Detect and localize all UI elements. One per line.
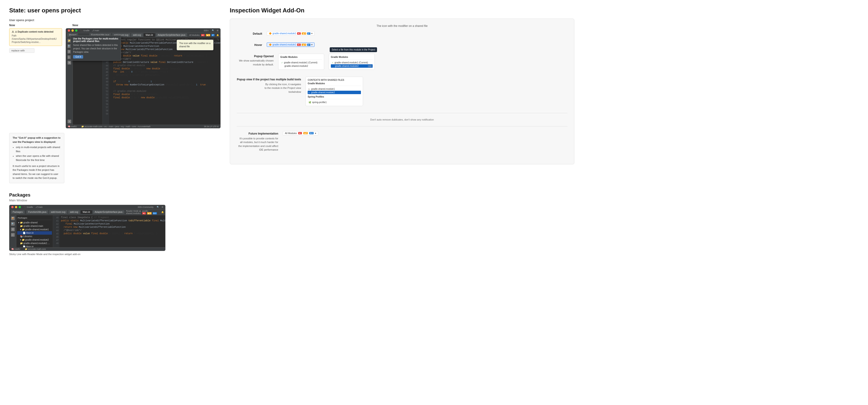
- iw-section-multiple: Popup view if the project has multiple b…: [237, 77, 567, 106]
- iw-top-label: The icon with the modifier on a shared f…: [237, 24, 567, 28]
- pkg-tab-add[interactable]: add.svg: [68, 210, 80, 214]
- ctx-module2[interactable]: ▷ gradle-shared.module2: [308, 91, 361, 94]
- pkg-sidebar-4[interactable]: ▷: [11, 233, 15, 237]
- pkg-tab-mainkt[interactable]: Main.kt: [81, 210, 92, 214]
- gradle-modules-with-tooltip: Gradle Modules ✓ gradle-shared.module1 (…: [329, 54, 375, 70]
- module2-icon: ▷: [309, 91, 310, 94]
- pkg-sidebar-2[interactable]: 🔍: [11, 222, 15, 226]
- hover-chevron-icon: ▾: [311, 43, 312, 46]
- pkg-tab-adapter[interactable]: AdapterScriptInterface.java: [93, 210, 124, 214]
- tl-red[interactable]: [68, 29, 70, 32]
- iw-hover-body: 🔶 gradle-shared.module1 ●1 ▲3 ℹ7 ▾: [267, 42, 567, 47]
- pkg-tree-module2main[interactable]: 📁 gradle-shared.module2.main: [17, 241, 52, 245]
- tooltip-text: The icon with the modifier on a shared f…: [179, 42, 211, 48]
- pkg-tl-yellow[interactable]: [15, 206, 17, 208]
- contexts-panel: Contexts with Shared Files Gradle Module…: [306, 77, 363, 106]
- main-branch: ⎇ main: [92, 29, 99, 32]
- pkg-line-numbers: 40 41 42 43 44 45 46 47 48: [53, 215, 60, 247]
- arrow-btn[interactable]: →: [368, 65, 372, 67]
- pkg-tree-module2kt[interactable]: 📄 Main.kt: [17, 245, 52, 247]
- tab-adapterscript[interactable]: AdapterScriptInterface.java: [156, 33, 187, 37]
- all-modules-bar[interactable]: All Modules ●1 ▲3 ℹ10 ▾: [283, 131, 318, 135]
- pkg-tl-red[interactable]: [11, 206, 13, 208]
- panel-item-m2[interactable]: gradle-shared.module2 →: [331, 64, 373, 68]
- gradle-modules-panel-2: Gradle Modules ✓ gradle-shared.module1 (…: [329, 54, 375, 70]
- right-section-title: Inspection Widget Add-On: [230, 7, 859, 14]
- pkg-tab-addhover[interactable]: add-hover.svg: [49, 210, 67, 214]
- hover-badge-blue: ℹ7: [307, 44, 310, 46]
- description-box: The "Got-It" popup with a suggestion to …: [9, 133, 64, 183]
- pkg-tree-libs[interactable]: 📚 Libraries: [17, 235, 52, 238]
- pkg-main-branch: ⎇ main: [35, 206, 43, 208]
- packages-panel-header: Packages: [17, 216, 52, 220]
- inspection-widget-container: The icon with the modifier on a shared f…: [230, 19, 575, 164]
- panel-item-module2[interactable]: gradle-shared.module2: [280, 64, 322, 68]
- future-badge-blue: ℹ10: [309, 132, 314, 134]
- packages-subtitle: Main Window: [9, 199, 221, 202]
- module1-icon: ▷: [309, 88, 310, 90]
- iw-future-body: All Modules ●1 ▲3 ℹ10 ▾: [283, 131, 567, 135]
- pkg-sidebar-3[interactable]: ☰: [11, 228, 15, 231]
- check-icon-1: ✓: [281, 62, 283, 64]
- default-badge-red: ●1: [297, 32, 301, 35]
- pkg-idea-badge: IDEA Community: [137, 206, 153, 208]
- pkg-gradle-badge: ⬛ Gradle: [24, 206, 33, 208]
- pkg-tab-func[interactable]: FunctionUtils.java: [26, 210, 48, 214]
- got-it-popup: Use the Packages view for multi-modules …: [70, 35, 121, 61]
- pkg-modules-bar[interactable]: Reader Mode ◈ gradle-shared.module1 ●1 ▲…: [126, 210, 159, 214]
- select-file-tooltip: Select a file from this module in the Pr…: [330, 47, 377, 52]
- ctx-spring1[interactable]: 🌿 spring-profile1: [308, 101, 361, 104]
- default-insp-bar[interactable]: 🔶 gradle-shared.module1 ●1 ▲3 ℹ7 ▾: [267, 31, 314, 36]
- pkg-notifications-icon[interactable]: 🔔: [161, 211, 164, 213]
- notifications-icon[interactable]: 🔔: [216, 34, 219, 36]
- search-icon[interactable]: 🔍: [212, 29, 214, 32]
- packages-title: Packages: [9, 192, 221, 198]
- ctx-module1[interactable]: ▷ gradle-shared.module1: [308, 87, 361, 91]
- spring-ctx-title: Spring Profiles: [308, 96, 361, 99]
- pkg-settings-icon[interactable]: ⚙: [161, 206, 163, 208]
- iw-hover-label: Hover: [237, 42, 262, 46]
- future-badge-red: ●1: [298, 132, 302, 134]
- packages-main: 📦 🔍 ☰ ▷ Packages ▾ 📁 gradle-shared 📁 gra…: [9, 215, 165, 247]
- pkg-tab[interactable]: Packages: [11, 210, 25, 214]
- ide-status-bar: 🧠 IntelliJ 📁 accurate-math-core › src › …: [66, 125, 220, 128]
- sidebar-icon-5[interactable]: ⚙: [67, 61, 71, 65]
- tl-yellow[interactable]: [71, 29, 74, 32]
- panel-item-module1[interactable]: ✓ gradle-shared.module1 (Current): [280, 61, 322, 64]
- bottom-note: Don't auto remove dublicates, don't show…: [237, 118, 567, 122]
- pkg-tl-green[interactable]: [19, 206, 21, 208]
- all-modules-label: All Modules: [285, 132, 297, 135]
- settings-icon[interactable]: ⚙: [217, 29, 218, 32]
- pkg-tree-mainkt[interactable]: 📄 Main.kt: [17, 231, 52, 235]
- tab-mainkt[interactable]: Main.kt: [144, 33, 155, 37]
- packages-sidebar: 📦 🔍 ☰ ▷: [9, 215, 16, 247]
- got-it-button[interactable]: Got It: [73, 55, 83, 59]
- panel-title-2: Gradle Modules: [331, 56, 373, 60]
- user-opens-label: User opens project: [9, 19, 221, 22]
- pkg-tree-module2[interactable]: ▾ 📁 gradle-shared.module2: [17, 238, 52, 241]
- pkg-tree-1[interactable]: ▾ 📁 gradle-shared: [17, 221, 52, 224]
- tab-add[interactable]: add.svg: [131, 33, 143, 37]
- hover-badge-red: ●1: [297, 44, 301, 46]
- default-module-name: gradle-shared.module1: [273, 32, 296, 35]
- new-label: New: [72, 24, 78, 27]
- sidebar-icon-bottom[interactable]: ℹ: [67, 120, 71, 123]
- pkg-search-icon[interactable]: 🔍: [157, 206, 159, 208]
- pkg-sidebar-1[interactable]: 📦: [11, 216, 15, 220]
- packages-ide-window: ⬛ Gradle ⎇ main IDEA Community 🔍 ⚙ Packa…: [9, 205, 165, 251]
- iw-future-label: Future Implementation: [249, 131, 278, 135]
- hover-module-name: gradle-shared.module1: [273, 43, 296, 46]
- pkg-tree-2[interactable]: 📁 gradle-shared.main: [17, 224, 52, 228]
- tl-green[interactable]: [75, 29, 78, 32]
- all-modules-badge[interactable]: All Modules ●1 ▲3 ℹ7: [189, 34, 215, 36]
- default-chevron-icon: ▾: [311, 32, 312, 35]
- iw-section-default: Default 🔶 gradle-shared.module1 ●1 ▲3 ℹ7…: [237, 31, 567, 36]
- spring-icon: 🌿: [309, 101, 311, 104]
- packages-section: Packages Main Window ⬛ Gradle ⎇ main IDE…: [9, 192, 221, 256]
- pkg-tree-3[interactable]: ▾ 📁 gradle-shared.module1: [17, 228, 52, 231]
- panel-item-m1[interactable]: ✓ gradle-shared.module1 (Current): [331, 61, 373, 64]
- warning-path: Path /Users/Sasha.Vikhlyantseva/Desktop/…: [12, 34, 60, 44]
- hover-insp-bar[interactable]: 🔶 gradle-shared.module1 ●1 ▲3 ℹ7 ▾: [267, 42, 314, 47]
- iw-section-future: Future Implementation It's possible to p…: [237, 131, 567, 152]
- iw-popup-desc: We show automatically chosen module by d…: [237, 59, 274, 66]
